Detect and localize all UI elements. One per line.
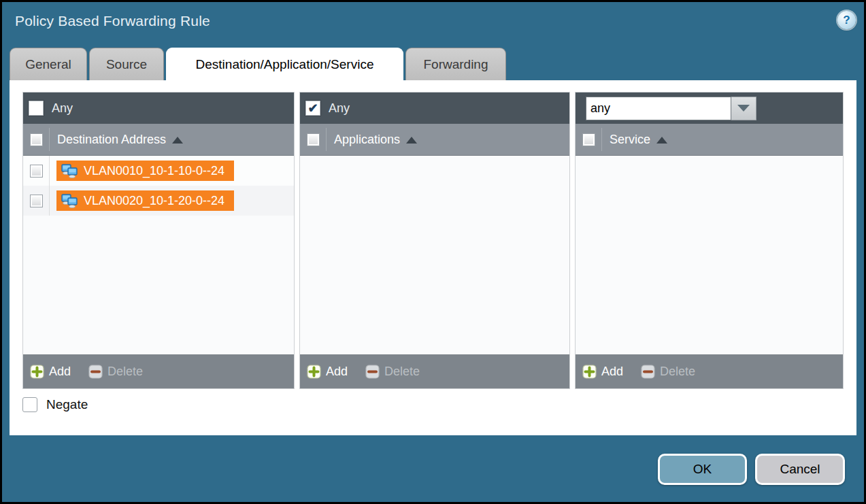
delete-label: Delete xyxy=(384,365,420,379)
service-select-all-checkbox[interactable] xyxy=(582,133,595,146)
divider xyxy=(326,128,327,151)
destination-any-checkbox[interactable] xyxy=(29,101,44,116)
applications-column-header: Applications xyxy=(300,124,569,156)
add-label: Add xyxy=(326,365,348,379)
plus-icon xyxy=(307,365,321,379)
cancel-button[interactable]: Cancel xyxy=(755,454,845,485)
minus-icon xyxy=(88,365,103,379)
service-list xyxy=(576,156,843,354)
service-column-header: Service xyxy=(576,124,843,156)
destination-select-all-checkbox[interactable] xyxy=(30,133,43,146)
applications-any-bar: Any xyxy=(300,93,569,124)
applications-panel: Any Applications Add Delete xyxy=(299,92,570,389)
negate-checkbox[interactable] xyxy=(22,397,37,412)
divider xyxy=(49,128,50,151)
plus-icon xyxy=(30,365,44,379)
negate-row: Negate xyxy=(22,397,88,412)
tab-content: Any Destination Address xyxy=(10,80,856,435)
tab-source[interactable]: Source xyxy=(89,48,164,80)
service-add-button[interactable]: Add xyxy=(582,365,623,379)
destination-add-button[interactable]: Add xyxy=(30,365,71,379)
chevron-down-icon xyxy=(737,105,750,112)
address-object-name: VLAN0010_10-1-10-0--24 xyxy=(84,164,224,178)
service-combo-dropdown-button[interactable] xyxy=(731,97,756,120)
ok-button[interactable]: OK xyxy=(658,454,747,485)
destination-any-bar: Any xyxy=(23,93,294,124)
add-label: Add xyxy=(49,365,71,379)
applications-any-label: Any xyxy=(329,101,350,116)
table-row[interactable]: VLAN0010_10-1-10-0--24 xyxy=(23,156,294,186)
service-panel: Service Add Delete xyxy=(575,92,844,389)
service-select-bar xyxy=(576,93,843,124)
sort-asc-icon xyxy=(656,137,667,144)
delete-label: Delete xyxy=(107,365,143,379)
network-icon xyxy=(61,193,79,209)
destination-any-label: Any xyxy=(52,101,73,116)
applications-header-label[interactable]: Applications xyxy=(334,133,400,147)
service-footer: Add Delete xyxy=(576,354,843,388)
destination-footer: Add Delete xyxy=(23,354,294,388)
row-checkbox[interactable] xyxy=(30,195,43,207)
address-object-chip[interactable]: VLAN0020_10-1-20-0--24 xyxy=(56,190,234,211)
destination-delete-button[interactable]: Delete xyxy=(88,365,143,379)
destination-header-label[interactable]: Destination Address xyxy=(57,133,166,147)
destination-column-header: Destination Address xyxy=(23,124,294,156)
negate-label: Negate xyxy=(46,397,88,412)
address-object-chip[interactable]: VLAN0010_10-1-10-0--24 xyxy=(56,161,234,181)
destination-list: VLAN0010_10-1-10-0--24 VLAN0020_10-1-20-… xyxy=(23,156,294,354)
minus-icon xyxy=(365,365,380,379)
dialog-title: Policy Based Forwarding Rule xyxy=(15,13,210,29)
service-header-label[interactable]: Service xyxy=(610,133,650,147)
tab-general[interactable]: General xyxy=(10,48,87,80)
applications-add-button[interactable]: Add xyxy=(307,365,348,379)
service-combo-input[interactable] xyxy=(586,97,731,120)
minus-icon xyxy=(641,365,655,379)
delete-label: Delete xyxy=(660,365,695,379)
service-combobox xyxy=(586,97,756,120)
address-object-name: VLAN0020_10-1-20-0--24 xyxy=(84,194,224,208)
sort-asc-icon xyxy=(406,137,417,144)
applications-delete-button[interactable]: Delete xyxy=(365,365,420,379)
plus-icon xyxy=(582,365,597,379)
tab-forwarding[interactable]: Forwarding xyxy=(405,48,506,80)
applications-list xyxy=(300,156,569,354)
service-delete-button[interactable]: Delete xyxy=(641,365,695,379)
divider xyxy=(601,128,602,151)
help-icon[interactable]: ? xyxy=(837,11,856,29)
sort-asc-icon xyxy=(172,137,183,144)
tab-bar: General Source Destination/Application/S… xyxy=(10,48,506,80)
add-label: Add xyxy=(601,365,623,379)
applications-any-checkbox[interactable] xyxy=(305,101,320,116)
applications-footer: Add Delete xyxy=(300,354,569,388)
tab-destination-application-service[interactable]: Destination/Application/Service xyxy=(166,48,403,81)
destination-address-panel: Any Destination Address xyxy=(22,92,295,389)
network-icon xyxy=(61,163,79,179)
table-row[interactable]: VLAN0020_10-1-20-0--24 xyxy=(23,186,294,216)
row-checkbox[interactable] xyxy=(30,165,43,178)
applications-select-all-checkbox[interactable] xyxy=(307,133,320,146)
